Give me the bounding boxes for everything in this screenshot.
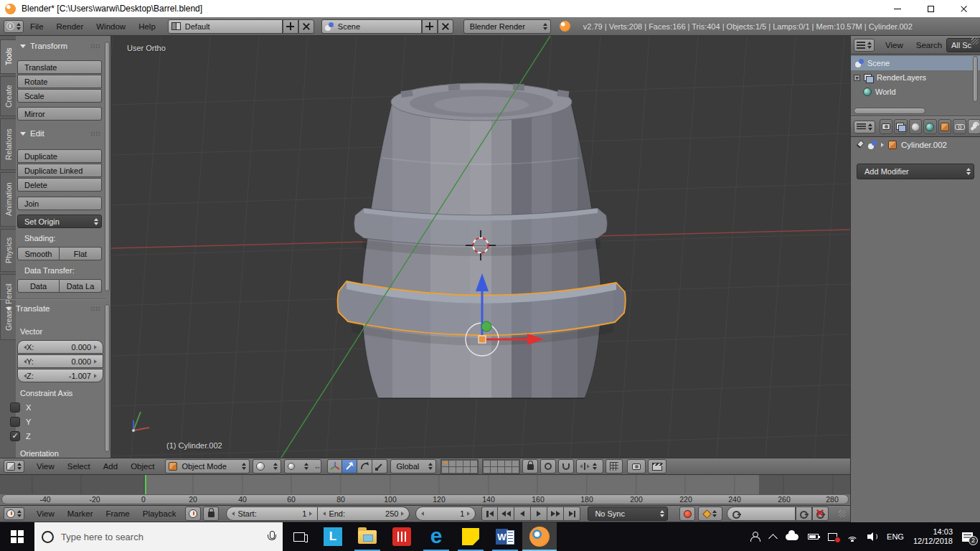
rotate-button[interactable]: Rotate: [17, 75, 102, 88]
expand-icon[interactable]: [854, 75, 860, 81]
vector-x-field[interactable]: X: 0.000: [17, 340, 103, 354]
constraint-z-row[interactable]: Z: [10, 431, 31, 441]
auto-keyframe-button[interactable]: [698, 507, 722, 521]
outliner-h-scrollbar[interactable]: [854, 108, 925, 114]
hidden-icons-chevron[interactable]: [768, 534, 778, 543]
delete-button[interactable]: Delete: [17, 178, 102, 192]
smooth-button[interactable]: Smooth: [17, 247, 60, 260]
record-button[interactable]: [679, 507, 695, 521]
tab-physics[interactable]: Physics: [0, 229, 16, 272]
opengl-render-image-button[interactable]: [627, 459, 646, 474]
rotate-manipulator-button[interactable]: [357, 459, 372, 474]
menu-view-outliner[interactable]: View: [879, 37, 910, 54]
proportional-edit-selector[interactable]: [576, 459, 603, 474]
pivot-point-selector[interactable]: ⇔: [284, 459, 321, 474]
windows-alert-icon[interactable]: [828, 533, 837, 541]
outliner-item-scene[interactable]: Scene: [851, 56, 980, 70]
set-origin-dropdown[interactable]: Set Origin: [17, 215, 102, 228]
constraint-x-row[interactable]: X: [10, 402, 31, 413]
mirror-button[interactable]: Mirror: [17, 107, 102, 121]
editor-type-timeline-button[interactable]: [4, 507, 24, 520]
tab-render-layers[interactable]: [894, 119, 907, 134]
checkbox-y[interactable]: [10, 417, 20, 427]
taskbar-app-line[interactable]: L: [316, 522, 350, 551]
play-button[interactable]: [531, 507, 547, 521]
tab-create[interactable]: Create: [0, 76, 16, 116]
taskbar-app-red[interactable]: [385, 522, 419, 551]
tab-animation[interactable]: Animation: [0, 172, 16, 227]
transform-orientation-selector[interactable]: Global: [390, 459, 436, 474]
translate-button[interactable]: Translate: [17, 60, 102, 74]
join-button[interactable]: Join: [17, 197, 102, 210]
checkbox-z[interactable]: [10, 431, 20, 441]
add-scene-button[interactable]: [422, 19, 438, 34]
editor-type-3dview-button[interactable]: [4, 460, 24, 473]
jump-to-end-button[interactable]: [564, 507, 580, 521]
previous-keyframe-button[interactable]: [498, 507, 514, 521]
battery-icon[interactable]: [808, 534, 819, 540]
opengl-render-anim-button[interactable]: [648, 459, 666, 474]
manipulator-toggle-button[interactable]: [327, 459, 342, 474]
duplicate-button[interactable]: Duplicate: [17, 149, 102, 163]
task-view-button[interactable]: [283, 522, 316, 551]
start-frame-field[interactable]: Start: 1: [226, 507, 318, 521]
menu-render[interactable]: Render: [50, 18, 90, 35]
editor-type-outliner-button[interactable]: [854, 39, 875, 52]
menu-marker[interactable]: Marker: [61, 505, 100, 522]
close-button[interactable]: [947, 0, 980, 17]
menu-frame[interactable]: Frame: [100, 505, 136, 522]
end-frame-field[interactable]: End: 250: [318, 507, 410, 521]
data-layers-button[interactable]: Data La: [60, 279, 102, 293]
flat-button[interactable]: Flat: [60, 247, 102, 260]
menu-window[interactable]: Window: [90, 18, 132, 35]
data-button[interactable]: Data: [17, 279, 60, 293]
operator-panel-scrollbar[interactable]: [105, 304, 110, 452]
menu-search-outliner[interactable]: Search: [910, 37, 948, 54]
edit-panel-header[interactable]: Edit: [20, 129, 100, 138]
render-engine-selector[interactable]: Blender Render: [463, 19, 551, 34]
tab-constraints[interactable]: [953, 119, 966, 134]
constraint-y-row[interactable]: Y: [10, 417, 31, 427]
vector-z-field[interactable]: Z: -1.007: [17, 369, 103, 382]
current-frame-indicator[interactable]: [145, 475, 146, 494]
translate-manipulator-button[interactable]: [342, 459, 357, 474]
menu-playback[interactable]: Playback: [136, 505, 183, 522]
layer-grid[interactable]: [440, 459, 520, 474]
viewport-3d[interactable]: User Ortho (1) Cylinder.002: [111, 36, 850, 458]
use-preview-range-button[interactable]: [185, 507, 201, 521]
tool-shelf-scrollbar[interactable]: [105, 42, 110, 291]
tab-render[interactable]: [880, 119, 892, 134]
microphone-icon[interactable]: [267, 531, 275, 542]
onedrive-icon[interactable]: [786, 534, 798, 540]
next-keyframe-button[interactable]: [547, 507, 564, 521]
snap-element-button[interactable]: [606, 459, 623, 474]
people-icon[interactable]: [750, 532, 760, 542]
tab-modifiers[interactable]: [968, 119, 980, 134]
sync-mode-selector[interactable]: No Sync: [588, 507, 668, 521]
start-button[interactable]: [0, 522, 34, 551]
menu-help[interactable]: Help: [132, 18, 162, 35]
timeline-ruler[interactable]: -40 -20 0 20 40 60 80 100 120 140 160 18…: [0, 475, 850, 505]
language-indicator[interactable]: ENG: [887, 532, 904, 541]
jump-to-start-button[interactable]: [481, 507, 498, 521]
outliner-item-world[interactable]: World: [851, 85, 980, 99]
tab-object[interactable]: [938, 119, 951, 134]
keying-set-field[interactable]: [727, 507, 796, 521]
menu-file[interactable]: File: [24, 18, 50, 35]
layer-group-2[interactable]: [482, 459, 520, 474]
play-reverse-button[interactable]: [514, 507, 531, 521]
transform-panel-header[interactable]: Transform: [20, 42, 100, 50]
region-resize-grip[interactable]: [839, 510, 846, 517]
delete-layout-button[interactable]: [298, 19, 314, 34]
outliner-item-renderlayers[interactable]: RenderLayers: [851, 70, 980, 85]
operator-panel-header[interactable]: Translate: [6, 304, 100, 313]
menu-view-timeline[interactable]: View: [30, 505, 61, 522]
tab-relations[interactable]: Relations: [0, 118, 16, 170]
taskbar-app-explorer[interactable]: [350, 522, 385, 551]
lock-frame-button[interactable]: [203, 507, 219, 521]
taskbar-app-blender[interactable]: [522, 522, 557, 551]
render-visibility-button[interactable]: [540, 459, 556, 474]
snap-button[interactable]: [558, 459, 574, 474]
current-frame-field[interactable]: 1: [415, 507, 476, 521]
pin-icon[interactable]: [855, 141, 864, 149]
